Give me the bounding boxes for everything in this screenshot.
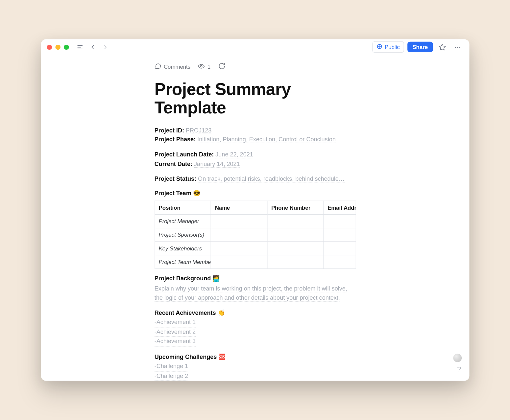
table-row[interactable]: Project Manager — [155, 215, 355, 228]
back-button[interactable] — [87, 42, 98, 52]
doc-meta-row: Comments 1 — [154, 62, 356, 71]
comments-button[interactable]: Comments — [154, 63, 190, 71]
document-body[interactable]: Comments 1 Project Summary Template — [41, 55, 469, 381]
section-heading-achievements[interactable]: Recent Achievements 👏 — [154, 309, 356, 318]
svg-point-5 — [201, 65, 202, 67]
field-project-phase[interactable]: Project Phase: Initiation, Planning, Exe… — [154, 135, 356, 144]
section-heading-background[interactable]: Project Background 🧑‍💻 — [154, 275, 356, 282]
page-title[interactable]: Project Summary Template — [154, 80, 356, 116]
svg-point-3 — [457, 46, 458, 47]
svg-point-4 — [459, 46, 460, 47]
svg-marker-1 — [439, 44, 445, 50]
eye-icon — [198, 63, 205, 71]
close-window-icon[interactable] — [47, 44, 52, 49]
maximize-window-icon[interactable] — [64, 44, 69, 49]
visibility-button[interactable]: Public — [372, 41, 404, 53]
titlebar: Public Share — [41, 39, 469, 55]
table-row[interactable]: Project Team Members — [155, 255, 355, 268]
field-project-id[interactable]: Project ID: PROJ123 — [154, 126, 356, 135]
col-name[interactable]: Name — [211, 201, 267, 214]
toggle-sidebar-button[interactable] — [75, 42, 85, 52]
visibility-label: Public — [385, 44, 400, 50]
minimize-window-icon[interactable] — [55, 44, 60, 49]
team-table[interactable]: Position Name Phone Number Email Address… — [154, 201, 356, 269]
globe-icon — [376, 43, 382, 51]
views-count: 1 — [207, 63, 210, 70]
help-button[interactable]: ? — [457, 365, 461, 373]
list-item[interactable]: -Challenge 1 — [154, 362, 188, 371]
table-header-row: Position Name Phone Number Email Address — [155, 201, 355, 214]
comment-icon — [154, 63, 161, 71]
views-button[interactable]: 1 — [198, 63, 210, 71]
list-item[interactable]: -Achievement 2 — [154, 327, 195, 337]
more-button[interactable] — [451, 41, 463, 53]
intercom-launcher-icon[interactable] — [453, 354, 462, 362]
col-email[interactable]: Email Address — [323, 201, 355, 214]
list-item[interactable]: -Achievement 3 — [154, 337, 195, 346]
table-row[interactable]: Project Sponsor(s) — [155, 228, 355, 242]
section-heading-challenges[interactable]: Upcoming Challenges 🆘 — [154, 353, 356, 362]
forward-button[interactable] — [100, 42, 110, 52]
col-phone[interactable]: Phone Number — [267, 201, 323, 214]
list-item[interactable]: -Achievement 1 — [154, 318, 195, 327]
document-window: Public Share Comments — [41, 39, 469, 381]
comments-label: Comments — [164, 63, 190, 70]
background-text[interactable]: Explain why your team is working on this… — [154, 285, 347, 301]
list-item[interactable]: -Challenge 2 — [154, 371, 188, 381]
table-row[interactable]: Key Stakeholders — [155, 242, 355, 255]
share-button[interactable]: Share — [407, 42, 433, 52]
field-status[interactable]: Project Status: On track, potential risk… — [154, 175, 356, 184]
svg-point-2 — [454, 46, 455, 47]
refresh-icon — [218, 62, 225, 71]
col-position[interactable]: Position — [155, 201, 211, 214]
window-controls — [47, 44, 69, 49]
refresh-button[interactable] — [218, 62, 225, 71]
section-heading-team[interactable]: Project Team 😎 — [154, 190, 356, 197]
field-current-date[interactable]: Current Date: January 14, 2021 — [154, 159, 356, 169]
favorite-button[interactable] — [436, 41, 448, 53]
field-launch-date[interactable]: Project Launch Date: June 22, 2021 — [154, 150, 356, 159]
